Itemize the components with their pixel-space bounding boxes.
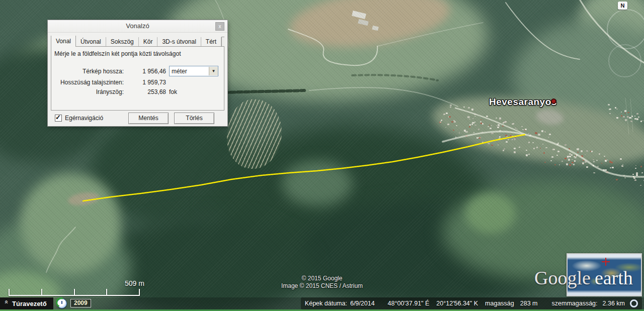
tab-path[interactable]: Útvonal [76,37,106,47]
tour-guide-toggle[interactable]: Túravezető [0,297,53,309]
map-length-value: 1 956,46 [126,68,166,75]
map-light-forest-spot [282,161,352,206]
dialog-titlebar[interactable]: Vonalzó [48,20,227,33]
place-marker-dot[interactable] [551,98,556,104]
streaming-progress-icon [630,299,638,307]
elevation-value: 283 m [520,300,538,307]
status-bar: Túravezető 2009 Képek dátuma: 6/9/2014 4… [0,297,644,309]
ground-length-label: Hosszúság talajszinten: [51,79,126,86]
overview-map-crosshair-icon [602,258,610,266]
unit-select[interactable]: méter [169,66,218,76]
compass-north-label[interactable]: N [618,2,627,10]
place-label[interactable]: Hevesaranyos [489,96,557,108]
dialog-description: Mérje le a földfelszín két pontja közti … [51,47,224,57]
zoom-ring[interactable] [608,44,641,77]
tab-3d-path[interactable]: 3D-s útvonal [157,37,201,47]
eye-altitude-value: 2.36 km [603,300,625,307]
historical-imagery-clock-icon[interactable] [57,298,67,308]
heading-label: Irányszög: [51,88,126,95]
copyright-google: © 2015 Google [0,275,644,282]
copyright-provider: Image © 2015 CNES / Astrium [0,282,644,290]
tab-line[interactable]: Vonal [51,36,76,47]
unit-select-value: méter [170,68,209,75]
ground-length-value: 1 959,73 [126,79,166,86]
tab-strip: Vonal Útvonal Sokszög Kör 3D-s útvonal T… [51,36,224,47]
tab-scroll-buttons [221,37,224,47]
mouse-navigation-label: Egérnavigáció [65,115,103,122]
dialog-footer: Egérnavigáció Mentés Törlés [51,113,224,124]
longitude-value: 20°12'56.34" K [436,300,478,307]
chevron-down-icon[interactable] [209,67,218,75]
save-button[interactable]: Mentés [128,113,169,124]
map-bright-field [465,193,516,234]
measurement-form: Térkép hossza: 1 956,46 méter Hosszúság … [51,66,224,95]
google-earth-window: Hevesaranyos N Vonalzó Vonal Útvonal Sok… [0,0,644,311]
elevation-label: magasság [485,300,514,307]
dialog-title: Vonalzó [126,22,149,30]
copyright-attribution: © 2015 Google Image © 2015 CNES / Astriu… [0,275,644,290]
close-icon[interactable] [215,22,224,31]
tab-overlay-truncated[interactable]: Tért [201,37,221,47]
map-length-label: Térkép hossza: [51,68,126,75]
scale-bar-label: 509 m [125,279,144,287]
status-readout: Képek dátuma: 6/9/2014 48°00'37.91" É 20… [301,297,642,309]
mouse-navigation-checkbox[interactable] [55,115,62,122]
eye-altitude-label: szemmagasság: [552,300,598,307]
tour-guide-label: Túravezető [12,300,47,307]
ruler-dialog: Vonalzó Vonal Útvonal Sokszög Kör 3D-s ú… [48,20,227,126]
heading-value: 253,68 [126,88,166,95]
latitude-value: 48°00'37.91" É [388,300,430,307]
compass-ring[interactable] [607,9,644,49]
imagery-year-badge[interactable]: 2009 [70,299,91,307]
tab-circle[interactable]: Kör [139,37,158,47]
map-forest-bottomleft [101,216,312,311]
imagery-date-label: Képek dátuma: [305,300,347,307]
tab-panel: Mérje le a földfelszín két pontja közti … [51,46,224,111]
tab-polygon[interactable]: Sokszög [106,37,139,47]
clear-button[interactable]: Törlés [174,113,214,124]
heading-unit: fok [166,88,224,95]
tab-scroll-left-icon[interactable] [221,37,224,47]
imagery-date-value: 6/9/2014 [350,300,375,307]
chevron-up-icon [3,300,11,307]
map-clearing [20,173,121,274]
